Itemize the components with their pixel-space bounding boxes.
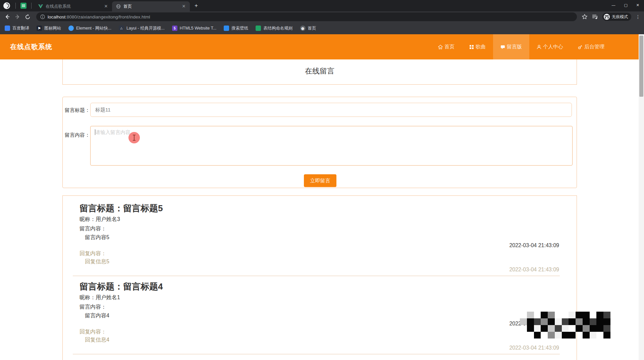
sheets-icon[interactable] [20,3,26,9]
forward-arrow-icon [14,14,20,20]
bookmark-label: 百度翻译 [12,26,29,31]
bookmark-baidu-translate[interactable]: 百度翻译 [5,26,29,31]
flag-dark-icon: ⚑ [37,26,42,31]
bookmarks-bar: 百度翻译 ⚑ 图标网站 Element - 网站快... ∴ Layui - 经… [0,22,644,34]
minimize-button[interactable]: — [611,3,615,7]
divider [15,3,16,9]
incognito-badge: 无痕模式 [602,13,631,21]
message-divider [73,276,560,276]
user-icon [537,45,541,49]
close-icon[interactable]: ✕ [181,4,186,9]
page-title-zh: 在线留言 [63,66,577,76]
censored-mosaic [520,312,610,339]
home-icon [438,45,443,49]
nav-item-admin[interactable]: 后台管理 [571,34,612,59]
message-title: 留言标题：留言标题4 [79,281,559,292]
submit-message-button[interactable]: 立即留言 [304,174,336,187]
reload-button[interactable] [23,13,32,21]
bookmark-table-naming[interactable]: 表结构命名规则 [256,26,293,31]
site-header: 在线点歌系统 首页 歌曲 留言版 个人中心 后台管理 [0,34,639,59]
incognito-label: 无痕模式 [612,14,628,20]
bookmark-label: 首页 [308,26,316,31]
wallpaper-blue-icon [224,26,229,31]
media-playlist-icon[interactable] [592,14,598,20]
messages-list-card: 留言标题：留言标题5 昵称：用户姓名3 留言内容： 留言内容5 2022-03-… [62,195,577,360]
toolbar-right: 无痕模式 ⋮ [582,13,641,21]
message-item: 留言标题：留言标题5 昵称：用户姓名3 留言内容： 留言内容5 2022-03-… [79,203,559,276]
message-icon [500,45,505,49]
url-text: localhost:8080/zaixiandiangexitong/front… [48,14,150,19]
layui-dark-icon: ∴ [119,26,124,31]
message-title-input[interactable] [90,103,572,117]
nav-label: 后台管理 [584,44,604,50]
reply-label: 回复内容： [79,250,559,258]
message-form-card: 留言标题： 留言内容： 立即留言 [62,97,577,188]
message-content-textarea[interactable] [90,126,573,166]
reload-icon [25,14,31,20]
browser-menu-icon[interactable]: ⋮ [635,16,641,18]
globe-gray-icon: ◍ [300,26,306,31]
maximize-button[interactable]: ▢ [624,3,627,7]
message-content-label: 留言内容： [79,225,559,233]
divider [31,3,32,9]
nav-item-home[interactable]: 首页 [431,34,462,59]
bookmark-wallpaper-search[interactable]: 搜索壁纸 [224,26,248,31]
reply-content: 回复信息4 [79,336,559,344]
bookmark-star-icon[interactable] [582,14,588,20]
page-scrollbar[interactable] [639,34,644,360]
bookmark-layui[interactable]: ∴ Layui - 经典开源模... [119,26,165,31]
bookmark-label: HTML5 Website T... [180,26,216,31]
bookmark-html5-template[interactable]: 5 HTML5 Website T... [172,26,216,31]
site-nav: 首页 歌曲 留言版 个人中心 后台管理 [431,34,612,59]
bookmark-icon-site[interactable]: ⚑ 图标网站 [37,26,61,31]
grid-icon [469,45,474,49]
message-item: 留言标题：留言标题4 昵称：用户姓名1 留言内容： 留言内容4 2022-03-… [79,281,559,354]
message-content-label: 留言内容： [79,303,559,311]
page-info-icon[interactable] [40,14,45,19]
back-button[interactable] [3,13,11,21]
nav-label: 首页 [444,44,454,50]
mouse-cursor-highlight [128,132,140,143]
text-caret [95,129,95,135]
ibeam-cursor-icon [132,135,136,141]
reply-time: 2022-03-04 21:43:09 [79,266,559,274]
browser-window: 在线点歌系统 ✕ 首页 ✕ + — ▢ ✕ localhost:8080/zai… [0,0,644,360]
html5-purple-icon: 5 [172,26,177,31]
address-bar[interactable]: localhost:8080/zaixiandiangexitong/front… [36,12,577,21]
browser-logo-icon [3,2,10,9]
tab-title: 在线点歌系统 [46,4,101,9]
new-tab-button[interactable]: + [192,1,201,10]
nav-label: 个人中心 [543,44,563,50]
bookmark-element[interactable]: Element - 网站快... [68,26,111,31]
bookmark-label: Element - 网站快... [76,26,111,31]
incognito-icon [604,14,610,20]
close-button[interactable]: ✕ [636,3,639,7]
bookmark-homepage[interactable]: ◍ 首页 [300,26,316,31]
site-logo[interactable]: 在线点歌系统 [10,42,52,51]
message-title-label: 留言标题： [65,107,90,114]
reply-content: 回复信息5 [79,258,559,266]
browser-tab-homepage[interactable]: 首页 ✕ [112,1,190,11]
nav-label: 留言版 [507,44,522,50]
close-icon[interactable]: ✕ [103,4,109,9]
browser-toolbar: localhost:8080/zaixiandiangexitong/front… [0,11,644,22]
vue-icon [38,4,43,8]
nav-item-message-board[interactable]: 留言版 [493,34,529,59]
element-blue-icon [68,26,74,31]
window-controls: — ▢ ✕ [611,0,642,10]
message-nickname: 昵称：用户姓名1 [79,294,559,302]
message-time: 2022-03-04 21:43:09 [79,320,559,328]
reply-label: 回复内容： [79,328,559,336]
forward-button[interactable] [13,13,21,21]
nav-item-songs[interactable]: 歌曲 [462,34,493,59]
nav-item-profile[interactable]: 个人中心 [529,34,571,59]
bookmark-label: Layui - 经典开源模... [126,26,165,31]
back-arrow-icon [4,14,10,20]
tab-title: 首页 [123,4,178,9]
translate-blue-icon [5,26,10,31]
message-content: 留言内容4 [79,312,559,320]
scrollbar-thumb[interactable] [639,36,643,97]
browser-tab-music-system[interactable]: 在线点歌系统 ✕ [34,1,112,11]
bookmark-label: 搜索壁纸 [231,26,248,31]
message-time: 2022-03-04 21:43:09 [79,241,559,250]
